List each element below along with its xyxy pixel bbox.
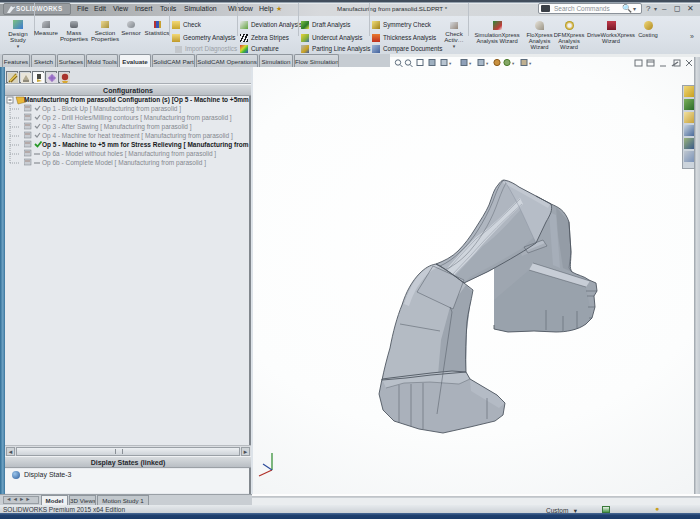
svg-text:▾: ▾ [529, 61, 532, 66]
svg-text:▾: ▾ [486, 61, 489, 66]
svg-text:▾: ▾ [512, 61, 515, 66]
svg-text:▾: ▾ [469, 61, 472, 66]
svg-text:▾: ▾ [449, 61, 452, 66]
